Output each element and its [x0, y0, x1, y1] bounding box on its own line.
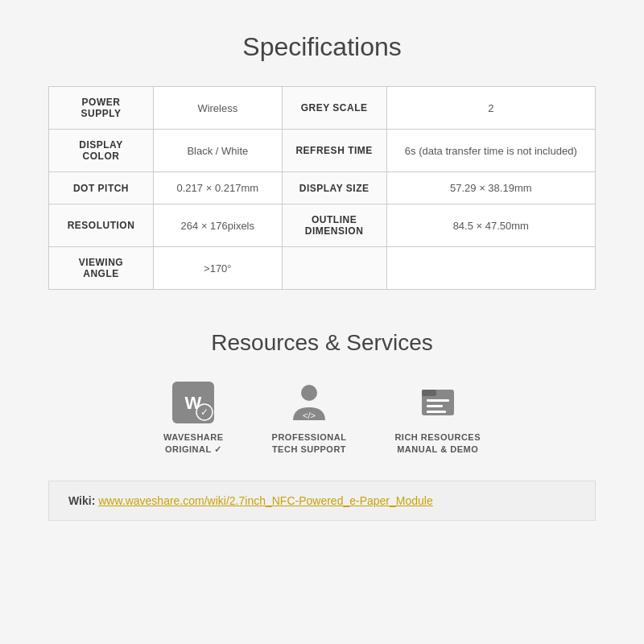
spec-value: 57.29 × 38.19mm — [386, 172, 595, 204]
spec-label — [282, 247, 386, 290]
spec-value: Wireless — [153, 87, 282, 130]
svg-rect-10 — [427, 411, 446, 413]
wiki-box: Wiki: www.waveshare.com/wiki/2.7inch_NFC… — [48, 481, 596, 521]
svg-rect-8 — [427, 399, 449, 402]
specs-table: POWER SUPPLYWirelessGREY SCALE2DISPLAY C… — [48, 86, 596, 290]
spec-value: 2 — [386, 87, 595, 130]
spec-label: POWER SUPPLY — [49, 87, 154, 130]
svg-text:✓: ✓ — [200, 407, 208, 418]
table-row: DOT PITCH0.217 × 0.217mmDISPLAY SIZE57.2… — [49, 172, 596, 204]
waveshare-original-icon: W ✓ — [171, 380, 216, 425]
spec-label: OUTLINE DIMENSION — [282, 204, 386, 247]
service-item-professional-tech-support: </> PROFESSIONALTECH SUPPORT — [272, 380, 347, 456]
spec-value: 84.5 × 47.50mm — [386, 204, 595, 247]
spec-value: Black / White — [153, 130, 282, 172]
service-item-rich-resources: RICH RESOURCESMANUAL & DEMO — [394, 380, 481, 456]
rich-resources-icon — [415, 380, 460, 425]
professional-tech-support-label: PROFESSIONALTECH SUPPORT — [272, 431, 347, 456]
table-row: POWER SUPPLYWirelessGREY SCALE2 — [49, 87, 596, 130]
spec-value: 264 × 176pixels — [153, 204, 282, 247]
table-row: VIEWING ANGLE>170° — [49, 247, 596, 290]
spec-label: RESOLUTION — [49, 204, 154, 247]
table-row: DISPLAY COLORBlack / WhiteREFRESH TIME6s… — [49, 130, 596, 172]
spec-value: >170° — [153, 247, 282, 290]
service-item-waveshare-original: W ✓ WAVESHAREORIGINAL ✓ — [163, 380, 224, 456]
svg-text:</>: </> — [303, 411, 316, 420]
spec-label: DISPLAY SIZE — [282, 172, 386, 204]
table-row: RESOLUTION264 × 176pixelsOUTLINE DIMENSI… — [49, 204, 596, 247]
wiki-label: Wiki: — [68, 494, 95, 507]
spec-label: VIEWING ANGLE — [49, 247, 154, 290]
professional-tech-support-icon: </> — [287, 380, 332, 425]
spec-value: 0.217 × 0.217mm — [153, 172, 282, 204]
spec-value: 6s (data transfer time is not included) — [386, 130, 595, 172]
wiki-link[interactable]: www.waveshare.com/wiki/2.7inch_NFC-Power… — [98, 494, 433, 507]
specs-title: Specifications — [242, 32, 401, 62]
svg-rect-7 — [422, 390, 436, 396]
spec-label: GREY SCALE — [282, 87, 386, 130]
svg-point-4 — [301, 385, 317, 401]
spec-label: DOT PITCH — [49, 172, 154, 204]
rich-resources-label: RICH RESOURCESMANUAL & DEMO — [394, 431, 481, 456]
spec-value — [386, 247, 595, 290]
services-row: W ✓ WAVESHAREORIGINAL ✓ </> PROFESSIONAL… — [163, 380, 481, 456]
spec-label: DISPLAY COLOR — [49, 130, 154, 172]
resources-title: Resources & Services — [211, 330, 432, 356]
waveshare-original-label: WAVESHAREORIGINAL ✓ — [163, 431, 224, 456]
spec-label: REFRESH TIME — [282, 130, 386, 172]
svg-rect-9 — [427, 405, 443, 407]
